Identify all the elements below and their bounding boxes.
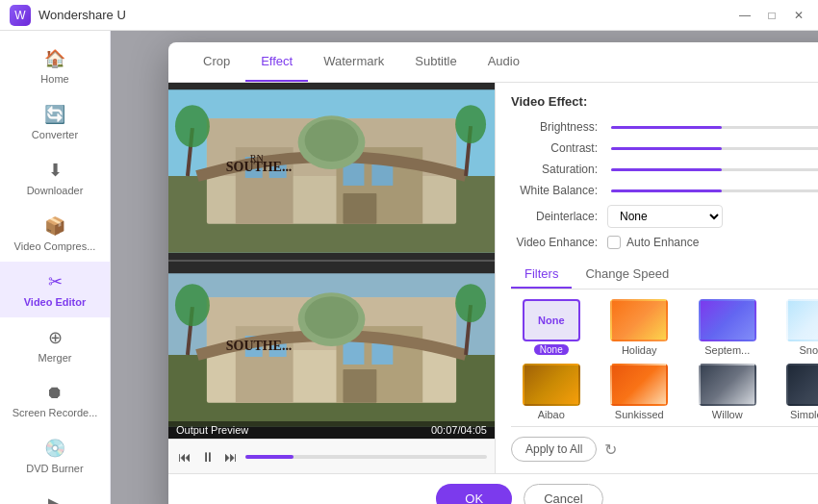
downloader-icon: ⬇	[48, 160, 63, 181]
deinterlace-label: Deinterlace:	[511, 210, 607, 223]
modal-overlay: Crop Effect Watermark Subtitle Audio ✕	[111, 31, 818, 504]
ok-button[interactable]: OK	[436, 484, 512, 504]
filter-item-none[interactable]: None None	[511, 299, 592, 356]
tab-spacer	[535, 42, 813, 82]
svg-point-17	[455, 105, 486, 143]
saturation-row: Saturation: 0	[511, 163, 818, 176]
progress-fill	[245, 455, 294, 459]
filter-tab-speed[interactable]: Change Speed	[572, 261, 682, 289]
prev-frame-button[interactable]: ⏮	[176, 447, 193, 466]
contrast-slider[interactable]	[611, 147, 818, 150]
tab-effect[interactable]: Effect	[245, 42, 308, 82]
play-pause-button[interactable]: ⏸	[199, 447, 217, 466]
scene-svg-bottom: SOUTHE...	[168, 262, 495, 439]
svg-point-37	[305, 296, 359, 339]
contrast-label: Contrast:	[511, 141, 607, 155]
filter-name-none: None	[534, 344, 569, 355]
deinterlace-row: Deinterlace: None	[511, 205, 818, 228]
sidebar-item-recorder[interactable]: ⏺ Screen Recorde...	[0, 373, 110, 428]
filter-name-holiday: Holiday	[622, 344, 657, 356]
whitebalance-label: White Balance:	[511, 184, 607, 197]
editor-icon: ✂	[48, 271, 63, 292]
reset-button[interactable]: ↻	[604, 441, 617, 459]
deinterlace-select[interactable]: None	[607, 205, 723, 228]
cancel-button[interactable]: Cancel	[524, 484, 602, 504]
tab-audio[interactable]: Audio	[473, 42, 535, 82]
video-preview-top: SOUTHE... RN	[168, 83, 495, 260]
filter-thumb-sunkissed	[610, 364, 668, 406]
filter-tab-bar: Filters Change Speed	[511, 261, 818, 290]
sidebar-item-home[interactable]: 🏠 Home	[0, 38, 110, 94]
sidebar-item-compress[interactable]: 📦 Video Compres...	[0, 206, 110, 262]
bottom-actions: Apply to All ↻	[511, 426, 818, 462]
enhance-text: Auto Enhance	[626, 236, 699, 249]
whitebalance-fill	[611, 189, 722, 192]
sidebar-item-downloader[interactable]: ⬇ Downloader	[0, 150, 110, 206]
sidebar: 🏠 Home 🔄 Converter ⬇ Downloader 📦 Video …	[0, 31, 111, 504]
whitebalance-slider[interactable]	[611, 189, 818, 192]
video-progress-bar[interactable]	[245, 455, 487, 459]
filter-name-simpleel: SimpleEl...	[790, 409, 818, 418]
preview-label: Output Preview 00:07/04:05	[168, 421, 495, 439]
close-button[interactable]: ✕	[789, 6, 808, 25]
brightness-fill	[611, 126, 722, 129]
svg-point-35	[455, 284, 486, 322]
svg-point-19	[305, 119, 359, 162]
merger-icon: ⊕	[48, 327, 63, 348]
contrast-row: Contrast: 0	[511, 141, 818, 155]
filter-item-snow2[interactable]: Snow2	[776, 299, 819, 356]
sidebar-item-dvd[interactable]: 💿 DVD Burner	[0, 428, 110, 484]
apply-to-all-button[interactable]: Apply to All	[511, 437, 597, 462]
filter-item-sunkissed[interactable]: Sunkissed	[600, 364, 680, 418]
filter-name-snow2: Snow2	[799, 344, 818, 356]
filter-thumb-willow	[699, 364, 756, 406]
dvd-icon: 💿	[44, 438, 65, 459]
sidebar-label-converter: Converter	[32, 129, 78, 140]
tab-subtitle[interactable]: Subtitle	[399, 42, 472, 82]
brightness-slider[interactable]	[611, 126, 818, 129]
video-timestamp: 00:07/04:05	[431, 424, 487, 436]
effect-modal: Crop Effect Watermark Subtitle Audio ✕	[168, 42, 818, 504]
maximize-button[interactable]: □	[762, 6, 781, 25]
modal-close-icon[interactable]: ✕	[813, 42, 818, 82]
sidebar-item-converter[interactable]: 🔄 Converter	[0, 94, 110, 150]
contrast-fill	[611, 147, 722, 150]
sidebar-label-compress: Video Compres...	[14, 240, 96, 252]
filter-name-willow: Willow	[712, 409, 743, 418]
window-controls: — □ ✕	[735, 6, 808, 25]
recorder-icon: ⏺	[46, 383, 64, 403]
main-content: 🏠 Home 🔄 Converter ⬇ Downloader 📦 Video …	[0, 31, 818, 504]
filter-name-aibao: Aibao	[538, 409, 565, 418]
sidebar-item-editor[interactable]: ✂ Video Editor	[0, 262, 110, 317]
effect-controls: Video Effect: Brightness: 0	[496, 83, 818, 473]
saturation-label: Saturation:	[511, 163, 607, 176]
auto-enhance-checkbox[interactable]	[607, 236, 621, 249]
minimize-button[interactable]: —	[735, 6, 754, 25]
filter-tab-filters[interactable]: Filters	[511, 261, 572, 289]
sidebar-item-player[interactable]: ▶ Player	[0, 484, 110, 504]
filter-item-september[interactable]: Septem...	[687, 299, 768, 356]
sidebar-label-merger: Merger	[38, 352, 72, 364]
enhance-row: Video Enhance: Auto Enhance	[511, 236, 818, 249]
filter-item-willow[interactable]: Willow	[687, 364, 768, 418]
tab-watermark[interactable]: Watermark	[308, 42, 399, 82]
svg-point-15	[175, 105, 210, 147]
compress-icon: 📦	[44, 215, 65, 237]
title-bar: W Wondershare U — □ ✕	[0, 0, 818, 31]
sidebar-item-merger[interactable]: ⊕ Merger	[0, 317, 110, 373]
main-area: Save Save Start All Crop Effect Watermar…	[111, 31, 818, 504]
tab-crop[interactable]: Crop	[188, 42, 245, 82]
filter-item-simpleel[interactable]: SimpleEl...	[776, 364, 819, 418]
svg-rect-30	[343, 369, 376, 403]
video-preview-bottom: SOUTHE... Output Preview	[168, 262, 495, 439]
filter-item-aibao[interactable]: Aibao	[511, 364, 592, 418]
sidebar-label-editor: Video Editor	[24, 296, 87, 308]
title-bar-left: W Wondershare U	[10, 5, 126, 26]
next-frame-button[interactable]: ⏭	[222, 447, 240, 466]
effect-title: Video Effect:	[511, 94, 818, 109]
saturation-slider[interactable]	[611, 168, 818, 171]
saturation-fill	[611, 168, 722, 171]
filter-item-holiday[interactable]: Holiday	[600, 299, 680, 356]
home-icon: 🏠	[44, 48, 65, 69]
brightness-label: Brightness:	[511, 120, 607, 134]
